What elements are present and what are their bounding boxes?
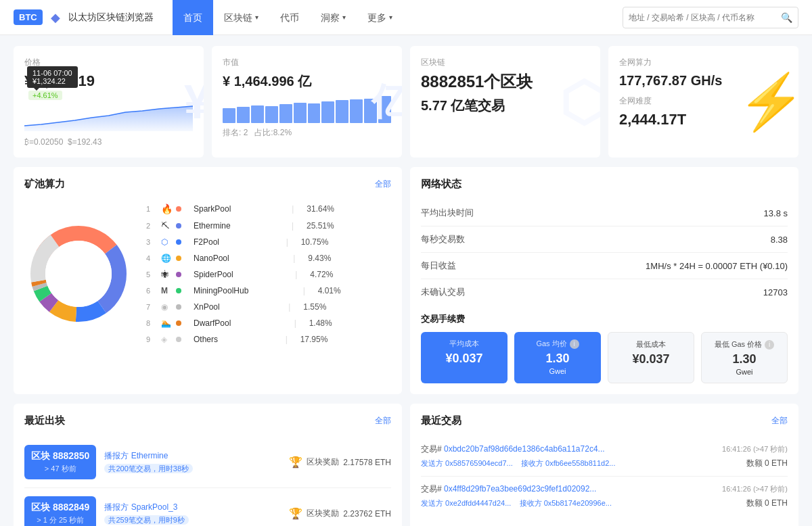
tx-row1-0: 交易# 0xbdc20b7af98d66de1386c4ab6a11a72c4.… xyxy=(421,444,788,455)
block-tx-1: 共259笔交易，用时9秒 xyxy=(104,515,281,525)
tx-from-1[interactable]: 0xe2dfdd4447d24... xyxy=(445,499,511,507)
min-gas-info-icon[interactable]: i xyxy=(765,340,774,350)
mining-content: 矿池爆块数量占比(24小时) 1 🔥 SparkPool | 31.64% 2 … xyxy=(24,200,391,348)
trophy-icon-1: 🏆 xyxy=(289,507,302,520)
fee-card-min-cost: 最低成本 ¥0.037 xyxy=(608,332,694,383)
reporter-name-0[interactable]: Ethermine xyxy=(131,451,168,460)
pool-icon-2: ⛏ xyxy=(161,221,172,231)
pool-item-1: 1 🔥 SparkPool | 31.64% xyxy=(146,200,391,218)
pool-item-9: 9 ◈ Others | 17.95% xyxy=(146,331,391,348)
fee-card-avg-cost: 平均成本 ¥0.037 xyxy=(421,332,508,383)
tx-addr-0: 发送方 0x585765904ecd7... 接收方 0xfb6ee558b81… xyxy=(421,458,615,469)
block-reporter-1: 播报方 SparkPool_3 xyxy=(104,502,281,513)
price-badge: +4.61% xyxy=(28,91,62,100)
network-header: 网络状态 xyxy=(421,178,788,191)
tx-to-1[interactable]: 0x5b8174e20996e... xyxy=(544,499,612,507)
svg-point-9 xyxy=(45,241,112,307)
nav-token[interactable]: 代币 xyxy=(269,0,310,35)
net-row-0: 平均出块时间 13.8 s xyxy=(421,200,788,226)
pool-dot-3 xyxy=(176,239,181,245)
tx-amount-1: 数额 0 ETH xyxy=(746,498,788,509)
block-badge-1[interactable]: 区块 8882849 > 1 分 25 秒前 xyxy=(24,496,96,526)
search-icon[interactable]: 🔍 xyxy=(781,12,792,23)
market-cap-sub: 排名: 2 占比:8.2% xyxy=(223,127,391,139)
market-cap-value: ¥ 1,464.996 亿 xyxy=(223,72,391,91)
network-panel: 网络状态 平均出块时间 13.8 s 每秒交易数 8.38 每日收益 1MH/s… xyxy=(410,167,798,394)
network-rows: 平均出块时间 13.8 s 每秒交易数 8.38 每日收益 1MH/s * 24… xyxy=(421,200,788,305)
logo-btc[interactable]: BTC xyxy=(14,9,43,25)
pool-dot-2 xyxy=(176,223,181,229)
pool-icon-6: M xyxy=(161,286,172,295)
recent-txs-link[interactable]: 全部 xyxy=(771,415,788,427)
gas-avg-info-icon[interactable]: i xyxy=(570,339,579,349)
block-tx-0: 共200笔交易，用时38秒 xyxy=(104,464,281,474)
recent-txs-panel: 最近交易 全部 交易# 0xbdc20b7af98d66de1386c4ab6a… xyxy=(410,404,798,526)
network-title: 网络状态 xyxy=(421,178,461,191)
block-meta-0: 播报方 Ethermine 共200笔交易，用时38秒 xyxy=(104,450,281,474)
pool-list: 1 🔥 SparkPool | 31.64% 2 ⛏ Ethermine | 2… xyxy=(146,200,391,348)
eth-icon: ◆ xyxy=(51,10,60,25)
pool-dot-1 xyxy=(176,206,181,212)
main-nav: 首页 区块链 代币 洞察 更多 xyxy=(173,0,403,35)
blockchain-txs: 5.77 亿笔交易 xyxy=(421,97,589,114)
recent-txs-header: 最近交易 全部 xyxy=(421,414,788,427)
difficulty-value: 2,444.17T xyxy=(619,111,788,128)
market-cap-label: 市值 xyxy=(223,57,391,68)
donut-chart xyxy=(24,220,133,328)
reporter-name-1[interactable]: SparkPool_3 xyxy=(131,502,178,512)
pool-icon-7: ◉ xyxy=(161,302,172,312)
pool-icon-9: ◈ xyxy=(161,335,172,344)
nav-blockchain[interactable]: 区块链 xyxy=(213,0,269,35)
price-card: 价格 11-06 07:00 ¥1,324.22 ¥ 1,910.19 +4.6… xyxy=(14,46,204,158)
net-row-3: 未确认交易 12703 xyxy=(421,279,788,305)
market-cap-card: 市值 ¥ 1,464.996 亿 排名: 2 占比:8.2% 亿 xyxy=(212,46,402,158)
stats-row: 价格 11-06 07:00 ¥1,324.22 ¥ 1,910.19 +4.6… xyxy=(14,46,798,158)
price-tooltip: 11-06 07:00 ¥1,324.22 xyxy=(27,66,78,88)
block-badge-0[interactable]: 区块 8882850 > 47 秒前 xyxy=(24,445,96,479)
pool-dot-4 xyxy=(176,256,181,261)
tx-time-0: 16:41:26 (>47 秒前) xyxy=(722,444,788,454)
search-input[interactable] xyxy=(629,13,781,22)
main-content: 价格 11-06 07:00 ¥1,324.22 ¥ 1,910.19 +4.6… xyxy=(0,35,812,526)
tx-hash-1[interactable]: 0x4ff8d29fb7ea3bee69d23c9fef1d02092... xyxy=(444,484,596,494)
pool-icon-8: 🏊 xyxy=(161,318,172,328)
tx-addr-1: 发送方 0xe2dfdd4447d24... 接收方 0x5b8174e2099… xyxy=(421,498,612,508)
difficulty-label: 全网难度 xyxy=(619,95,788,107)
pool-item-5: 5 🕷 SpiderPool | 4.72% xyxy=(146,266,391,283)
blockchain-card: 区块链 8882851个区块 5.77 亿笔交易 ⬡ xyxy=(410,46,600,158)
block-reward-1: 🏆 区块奖励 2.23762 ETH xyxy=(289,507,391,520)
tx-row1-1: 交易# 0x4ff8d29fb7ea3bee69d23c9fef1d02092.… xyxy=(421,483,788,495)
recent-blocks-link[interactable]: 全部 xyxy=(375,415,391,427)
pool-dot-7 xyxy=(176,304,181,310)
price-chart xyxy=(24,105,193,133)
net-row-2: 每日收益 1MH/s * 24H = 0.00007 ETH (¥0.10) xyxy=(421,253,788,279)
tx-amount-0: 数额 0 ETH xyxy=(746,458,788,469)
nav-home[interactable]: 首页 xyxy=(173,0,213,35)
pool-icon-4: 🌐 xyxy=(161,254,172,263)
block-reward-0: 🏆 区块奖励 2.17578 ETH xyxy=(289,456,391,469)
hashrate-card: 全网算力 177,767.87 GH/s 全网难度 2,444.17T ⚡ xyxy=(608,46,798,158)
pool-item-7: 7 ◉ XnPool | 1.55% xyxy=(146,299,391,315)
site-title: 以太坊区块链浏览器 xyxy=(68,11,154,24)
fee-title: 交易手续费 xyxy=(421,313,788,325)
tx-from-0[interactable]: 0x585765904ecd7... xyxy=(445,459,513,467)
bottom-row: 最近出块 全部 区块 8882850 > 47 秒前 播报方 Ethermine… xyxy=(14,404,798,526)
mining-pool-panel: 矿池算力 全部 xyxy=(14,167,402,394)
recent-txs-title: 最近交易 xyxy=(421,414,461,427)
middle-row: 矿池算力 全部 xyxy=(14,167,798,394)
net-row-1: 每秒交易数 8.38 xyxy=(421,226,788,253)
nav-more[interactable]: 更多 xyxy=(357,0,403,35)
pool-item-8: 8 🏊 DwarfPool | 1.48% xyxy=(146,315,391,331)
mining-pool-header: 矿池算力 全部 xyxy=(24,178,391,191)
tx-to-0[interactable]: 0xfb6ee558b811d2... xyxy=(545,459,615,467)
block-item-0: 区块 8882850 > 47 秒前 播报方 Ethermine 共200笔交易… xyxy=(24,437,391,488)
mining-pool-title: 矿池算力 xyxy=(24,178,65,191)
recent-blocks-title: 最近出块 xyxy=(24,414,65,427)
mining-pool-link[interactable]: 全部 xyxy=(375,178,391,190)
nav-insight[interactable]: 洞察 xyxy=(310,0,357,35)
pool-item-4: 4 🌐 NanoPool | 9.43% xyxy=(146,250,391,266)
header: BTC ◆ 以太坊区块链浏览器 首页 区块链 代币 洞察 更多 🔍 xyxy=(0,0,812,35)
search-container: 🔍 xyxy=(623,7,798,28)
pool-item-2: 2 ⛏ Ethermine | 25.51% xyxy=(146,218,391,234)
tx-hash-0[interactable]: 0xbdc20b7af98d66de1386c4ab6a11a72c4... xyxy=(444,444,605,454)
